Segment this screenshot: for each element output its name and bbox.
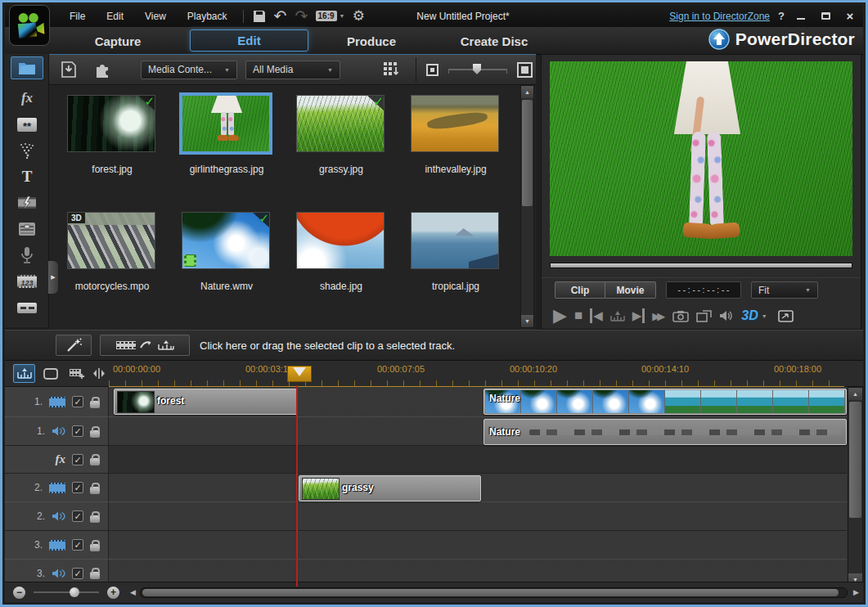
media-thumbnail-girlinthegrass[interactable] <box>182 95 270 152</box>
track-enable-checkbox[interactable]: ✓ <box>72 454 83 465</box>
tab-edit[interactable]: Edit <box>190 29 308 52</box>
timeline-zoom-out-button[interactable]: − <box>13 587 25 599</box>
track-lock-icon[interactable] <box>90 458 100 465</box>
signin-directorzone-link[interactable]: Sign in to DirectorZone <box>669 11 770 22</box>
track-header-video-1[interactable]: 1. ✓ <box>5 387 108 417</box>
scroll-left-button[interactable]: ◀ <box>126 588 140 596</box>
undock-preview-button[interactable] <box>696 310 712 322</box>
insert-to-timeline-button[interactable] <box>100 335 190 356</box>
media-item[interactable]: girlinthegrass.jpg <box>182 95 272 175</box>
zoom-fit-dropdown[interactable]: Fit ▼ <box>751 281 818 299</box>
tab-produce[interactable]: Produce <box>316 27 427 55</box>
track-enable-checkbox[interactable]: ✓ <box>72 425 83 437</box>
storyboard-view-button[interactable] <box>39 364 61 383</box>
preview-video[interactable] <box>550 61 852 256</box>
seek-ruler-button[interactable] <box>610 309 625 322</box>
timecode-display[interactable]: - - : - - : - - : - - <box>666 281 741 299</box>
menu-file[interactable]: File <box>59 7 96 25</box>
track-header-fx[interactable]: fx ✓ <box>5 446 108 474</box>
track-header-video-3[interactable]: 3. ✓ <box>5 531 108 560</box>
playhead-line[interactable] <box>296 385 298 587</box>
audio-mixing-room-button[interactable] <box>11 218 43 241</box>
menu-edit[interactable]: Edit <box>96 7 134 25</box>
subtitle-room-button[interactable] <box>11 296 43 319</box>
movie-mode-button[interactable]: Movie <box>605 281 656 299</box>
menu-playback[interactable]: Playback <box>177 7 238 25</box>
track-lane-video-3[interactable] <box>109 531 847 560</box>
fullscreen-button[interactable] <box>778 310 794 322</box>
timeline-horizontal-scrollbar[interactable] <box>140 587 848 598</box>
sort-button[interactable] <box>380 59 404 80</box>
scroll-up-button[interactable]: ▲ <box>521 86 533 98</box>
media-thumbnail-nature[interactable] <box>182 212 270 269</box>
content-filter-dropdown[interactable]: Media Conte... ▼ <box>141 61 237 79</box>
timeline-ruler[interactable]: 00:00:00:00 00:00:03:15 00:00:07:05 00:0… <box>109 361 844 387</box>
play-button[interactable]: ▶ <box>553 305 567 326</box>
volume-button[interactable] <box>719 309 734 322</box>
scrollbar-thumb[interactable] <box>522 100 533 206</box>
next-frame-button[interactable]: ▶ <box>632 308 645 323</box>
import-media-button[interactable] <box>57 59 82 80</box>
minimize-button[interactable] <box>793 10 809 23</box>
track-enable-checkbox[interactable]: ✓ <box>72 510 83 522</box>
media-item[interactable]: shade.jpg <box>296 212 386 292</box>
maximize-button[interactable] <box>817 10 834 23</box>
timeline-vertical-scrollbar[interactable]: ▲ ▼ <box>848 387 863 587</box>
snapshot-button[interactable] <box>672 310 689 322</box>
thumbnail-size-slider[interactable] <box>448 69 507 70</box>
track-lock-icon[interactable] <box>90 430 100 438</box>
media-item[interactable]: 3D motorcycles.mpo <box>67 212 157 292</box>
pip-objects-room-button[interactable]: ** <box>11 113 43 136</box>
media-thumbnail-grassy[interactable] <box>296 95 385 152</box>
media-item[interactable]: Nature.wmv <box>182 212 272 292</box>
clip-nature-video[interactable]: Nature <box>483 389 847 415</box>
track-enable-checkbox[interactable]: ✓ <box>72 568 83 579</box>
scroll-down-button[interactable]: ▼ <box>521 315 533 327</box>
chapter-room-button[interactable]: 123 <box>11 270 43 293</box>
track-lock-icon[interactable] <box>90 544 100 551</box>
media-item[interactable]: tropical.jpg <box>411 212 501 292</box>
title-room-button[interactable]: T <box>11 165 43 188</box>
timeline-view-button[interactable] <box>13 364 35 383</box>
scroll-up-button[interactable]: ▲ <box>848 388 862 400</box>
clip-mode-button[interactable]: Clip <box>555 281 605 299</box>
track-lock-icon[interactable] <box>90 487 100 494</box>
timeline-zoom-slider[interactable] <box>34 591 99 593</box>
track-lock-icon[interactable] <box>90 401 100 408</box>
track-enable-checkbox[interactable]: ✓ <box>72 539 83 551</box>
snap-button[interactable] <box>88 364 110 383</box>
scrollbar-thumb[interactable] <box>142 589 839 596</box>
track-enable-checkbox[interactable]: ✓ <box>72 396 83 407</box>
scroll-right-button[interactable]: ▶ <box>849 588 863 596</box>
voiceover-room-button[interactable] <box>11 244 43 267</box>
aspect-ratio-selector[interactable]: 16:9 ▼ <box>313 8 349 25</box>
effects-room-button[interactable]: fx <box>11 87 43 110</box>
track-lock-icon[interactable] <box>90 572 100 579</box>
library-collapse-handle[interactable]: ▶ <box>48 261 58 294</box>
clip-forest[interactable]: forest <box>114 389 297 415</box>
drag-hint-text[interactable]: Click here or drag the selected clip to … <box>200 339 455 352</box>
transition-room-button[interactable] <box>11 191 43 214</box>
media-thumbnail-inthevalley[interactable] <box>411 95 499 152</box>
media-thumbnail-shade[interactable] <box>296 212 385 269</box>
plugin-button[interactable] <box>90 59 115 80</box>
timeline-zoom-in-button[interactable]: + <box>107 587 119 599</box>
track-lane-audio-2[interactable] <box>109 502 847 531</box>
media-thumbnail-forest[interactable] <box>67 95 155 152</box>
scrollbar-thumb[interactable] <box>849 402 861 518</box>
media-thumbnail-motorcycles[interactable]: 3D <box>67 212 155 269</box>
track-header-audio-1[interactable]: 1. ✓ <box>5 417 108 446</box>
track-header-video-2[interactable]: 2. ✓ <box>5 474 108 502</box>
tab-capture[interactable]: Capture <box>52 27 183 55</box>
track-enable-checkbox[interactable]: ✓ <box>72 482 83 493</box>
media-type-dropdown[interactable]: All Media ▼ <box>245 61 340 79</box>
track-lane-fx[interactable] <box>109 446 847 474</box>
3d-mode-button[interactable]: 3D ▼ <box>741 308 767 323</box>
media-room-button[interactable] <box>11 56 43 79</box>
small-thumbnail-icon[interactable] <box>426 64 438 76</box>
magic-tools-button[interactable] <box>56 335 92 356</box>
media-item[interactable]: forest.jpg <box>67 95 157 175</box>
redo-icon[interactable]: ↷ <box>291 8 313 25</box>
timeline-zoom-slider-thumb[interactable] <box>70 587 79 597</box>
thumbnail-size-slider-thumb[interactable] <box>473 64 481 74</box>
